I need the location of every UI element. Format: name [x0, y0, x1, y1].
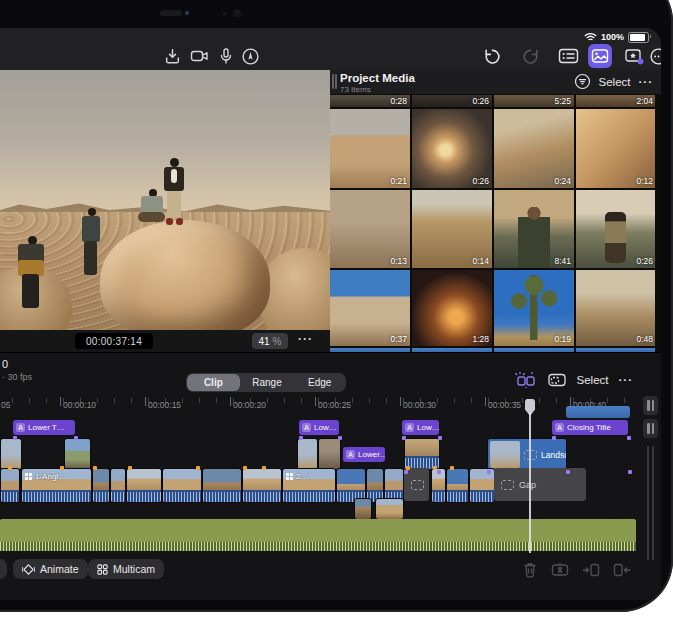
connected-clip-below[interactable] [375, 498, 404, 520]
audio-waveform [163, 490, 201, 502]
multicam-icon [97, 564, 108, 575]
multicam-grid-icon [25, 473, 32, 480]
import-icon[interactable] [160, 44, 184, 68]
viewer-more-button[interactable]: ··· [298, 332, 313, 346]
scroll-track-line2 [652, 446, 654, 560]
camera-icon[interactable] [188, 44, 212, 68]
media-grid: 0:280:265:252:040:210:260:240:120:130:14… [330, 95, 655, 352]
camera-lens [233, 9, 241, 17]
insert-icon[interactable] [582, 561, 600, 578]
animate-label: Animate [40, 563, 79, 575]
main-storyline-clip[interactable] [162, 468, 202, 503]
page: 100% [0, 0, 673, 625]
delete-icon[interactable] [522, 561, 538, 578]
gap-clip[interactable]: Gap [494, 468, 586, 501]
connected-clip[interactable] [318, 438, 341, 470]
clips-icon[interactable] [622, 44, 646, 68]
microphone-icon[interactable] [214, 44, 238, 68]
main-storyline-clip[interactable] [110, 468, 126, 503]
connected-title-bar-clip[interactable] [566, 406, 630, 418]
video-viewer[interactable] [0, 70, 330, 330]
clip-marker[interactable] [450, 466, 454, 470]
media-thumbnail[interactable]: 0:12 [576, 109, 655, 188]
track-height-button-2[interactable] [643, 419, 658, 438]
split-icon[interactable] [551, 561, 569, 578]
clip-marker[interactable] [93, 466, 97, 470]
media-thumbnail[interactable]: 0:19 [494, 270, 574, 346]
clip-duration: 0:26 [472, 176, 489, 186]
timecode-display[interactable]: 00:00:37:14 [75, 333, 153, 349]
browser-icon[interactable] [556, 44, 580, 68]
connected-clip[interactable] [64, 438, 91, 470]
track-height-button-1[interactable] [643, 396, 658, 415]
connected-clip[interactable] [297, 438, 318, 470]
multicam-button[interactable]: Multicam [88, 559, 164, 579]
media-thumbnail[interactable]: 0:13 [330, 190, 410, 268]
media-thumbnail[interactable]: 0:48 [576, 270, 655, 346]
animate-button[interactable]: Animate [13, 559, 88, 579]
title-clip-label: Low… [417, 423, 439, 432]
undo-icon[interactable] [480, 44, 504, 68]
wifi-icon [584, 32, 597, 42]
connection-dot [487, 470, 491, 474]
main-storyline-clip[interactable] [446, 468, 469, 503]
clip-marker[interactable] [8, 466, 12, 470]
main-storyline-clip[interactable] [469, 468, 495, 503]
clip-duration: 0:21 [390, 176, 407, 186]
media-thumbnail[interactable]: 0:37 [330, 270, 410, 346]
main-storyline-clip[interactable] [0, 468, 20, 503]
media-thumbnail[interactable]: 5:25 [494, 95, 574, 107]
filter-icon[interactable] [574, 73, 591, 90]
more-icon[interactable] [646, 44, 661, 68]
playhead[interactable] [524, 399, 536, 553]
timeline-vertical-scrollbar[interactable] [641, 394, 661, 570]
media-icon[interactable] [588, 44, 612, 68]
connection-dot [404, 470, 408, 474]
clip-duration: 1:28 [472, 334, 489, 344]
media-thumbnail[interactable]: 1:28 [412, 270, 492, 346]
clip-duration: 2:04 [636, 96, 653, 106]
append-icon[interactable] [613, 561, 631, 578]
main-storyline-clip[interactable]: 1-Angl… [21, 468, 92, 503]
clip-marker[interactable] [196, 466, 200, 470]
pencil-icon[interactable] [238, 44, 262, 68]
media-select-button[interactable]: Select [599, 76, 631, 88]
zoom-level[interactable]: 41% [252, 333, 288, 349]
media-more-button[interactable]: ··· [639, 76, 654, 88]
media-thumbnail[interactable]: 0:24 [494, 109, 574, 188]
title-clip[interactable]: ALower T… [13, 420, 75, 435]
music-audio-clip[interactable] [0, 519, 636, 551]
main-storyline-clip[interactable]: 2… [282, 468, 336, 503]
clip-duration: 0:24 [554, 176, 571, 186]
title-clip-label: Low… [314, 423, 337, 432]
main-storyline-clip[interactable] [242, 468, 282, 503]
main-storyline-clip[interactable] [126, 468, 162, 503]
main-storyline-clip[interactable] [92, 468, 110, 503]
media-thumbnail[interactable]: 8:41 [494, 190, 574, 268]
title-badge-icon: A [16, 423, 25, 432]
media-item-count: 73 Items [340, 85, 371, 94]
clip-marker[interactable] [243, 466, 247, 470]
clip-marker[interactable] [60, 466, 64, 470]
title-clip[interactable]: ALow… [402, 420, 439, 435]
audio-waveform [111, 490, 125, 502]
title-clip[interactable]: ALower… [343, 447, 385, 462]
clip-marker[interactable] [128, 466, 132, 470]
media-thumbnail[interactable]: 0:21 [330, 109, 410, 188]
redo-icon[interactable] [518, 44, 542, 68]
title-clip[interactable]: AClosing Title [552, 420, 628, 435]
media-thumbnail[interactable]: 0:14 [412, 190, 492, 268]
title-clip[interactable]: ALow… [299, 420, 339, 435]
scroll-track-line [647, 446, 649, 560]
media-thumbnail[interactable]: 0:26 [412, 109, 492, 188]
media-thumbnail[interactable]: 0:28 [330, 95, 410, 107]
clip-marker[interactable] [262, 466, 266, 470]
panel-drag-handle[interactable] [332, 74, 337, 89]
main-storyline-clip[interactable] [202, 468, 242, 503]
media-thumbnail[interactable]: 2:04 [576, 95, 655, 107]
playhead-line [529, 413, 531, 553]
media-thumbnail[interactable]: 0:26 [412, 95, 492, 107]
viewer-boulder [100, 220, 270, 330]
connected-clip-below[interactable] [354, 498, 372, 520]
media-thumbnail[interactable]: 0:26 [576, 190, 655, 268]
